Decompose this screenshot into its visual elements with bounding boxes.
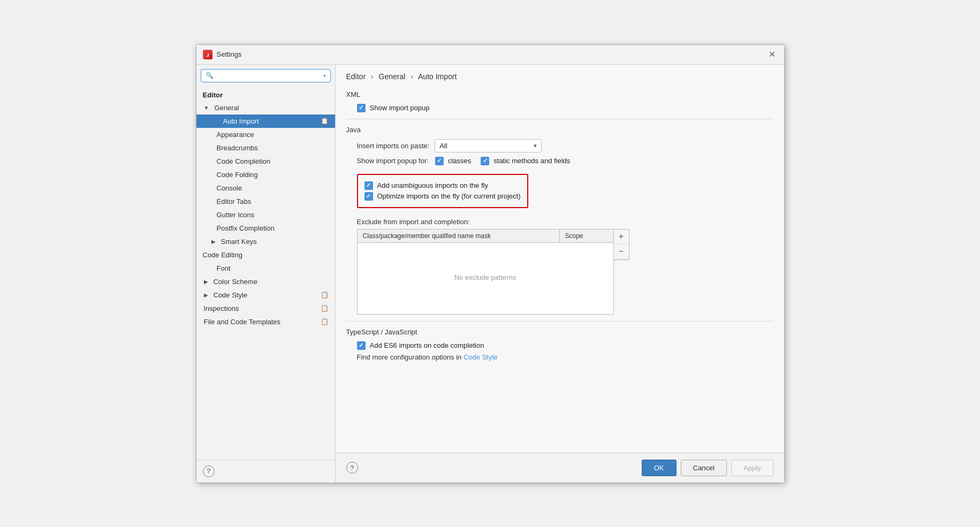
insert-imports-row: Insert imports on paste: All ▾ bbox=[346, 139, 773, 152]
sidebar-item-inspections[interactable]: Inspections 📋 bbox=[196, 302, 335, 315]
add-unambiguous-checkbox[interactable] bbox=[364, 181, 373, 190]
sidebar-item-label-console: Console bbox=[217, 184, 242, 192]
exclude-table-header: Class/package/member qualified name mask… bbox=[358, 230, 613, 243]
sidebar-item-code-completion[interactable]: Code Completion bbox=[196, 155, 335, 168]
main-area: Editor › General › Auto Import XML Show … bbox=[336, 65, 784, 483]
sidebar-help-button[interactable]: ? bbox=[203, 465, 215, 477]
col-name: Class/package/member qualified name mask bbox=[358, 230, 560, 242]
find-more-row: Find more configuration options in Code … bbox=[346, 353, 773, 361]
divider-xml-java bbox=[346, 119, 773, 119]
search-input[interactable] bbox=[217, 72, 320, 80]
sidebar-item-label-postfix-completion: Postfix Completion bbox=[217, 224, 275, 232]
typescript-section-title: TypeScript / JavaScript bbox=[346, 328, 773, 336]
sidebar-item-file-code-templates[interactable]: File and Code Templates 📋 bbox=[196, 315, 335, 329]
search-icon: 🔍 bbox=[206, 72, 214, 79]
empty-patterns-text: No exclude patterns bbox=[454, 273, 516, 281]
sidebar-item-label-color-scheme: Color Scheme bbox=[214, 278, 257, 286]
sidebar-bottom: ? bbox=[196, 460, 335, 483]
add-es6-checkbox[interactable] bbox=[357, 341, 366, 350]
remove-pattern-button[interactable]: − bbox=[614, 245, 629, 259]
sidebar-item-label-font: Font bbox=[217, 264, 231, 272]
sidebar-item-general[interactable]: ▼ General bbox=[196, 101, 335, 114]
xml-show-import-checkbox[interactable] bbox=[357, 104, 366, 112]
ok-button[interactable]: OK bbox=[642, 460, 677, 476]
breadcrumb-sep-2: › bbox=[411, 72, 413, 81]
nav-tree: Editor ▼ General Auto Import 📋 Appearanc… bbox=[196, 87, 335, 460]
sidebar-item-auto-import[interactable]: Auto Import 📋 bbox=[196, 114, 335, 128]
footer-buttons: OK Cancel Apply bbox=[642, 460, 773, 476]
table-actions: + − bbox=[614, 229, 629, 260]
static-methods-checkbox[interactable] bbox=[481, 157, 489, 165]
sidebar-item-code-editing[interactable]: Code Editing bbox=[196, 248, 335, 262]
static-methods-label: static methods and fields bbox=[493, 157, 570, 165]
sidebar-item-gutter-icons[interactable]: Gutter Icons bbox=[196, 208, 335, 222]
sidebar-item-label-editor-tabs: Editor Tabs bbox=[217, 197, 252, 205]
classes-checkbox[interactable] bbox=[435, 157, 444, 165]
content-area: 🔍 ▾ Editor ▼ General Auto Import 📋 bbox=[196, 65, 784, 483]
expand-icon-code-style: ▶ bbox=[204, 292, 208, 298]
expand-icon-color-scheme: ▶ bbox=[204, 279, 208, 285]
add-pattern-button[interactable]: + bbox=[614, 230, 629, 245]
badge-auto-import: 📋 bbox=[321, 117, 329, 125]
settings-window: J Settings ✕ 🔍 ▾ Editor ▼ General bbox=[196, 44, 785, 483]
sidebar-item-label-file-code-templates: File and Code Templates bbox=[204, 318, 281, 326]
breadcrumb-part-2: General bbox=[379, 72, 406, 81]
sidebar-item-code-folding[interactable]: Code Folding bbox=[196, 168, 335, 181]
exclude-table-wrapper: Class/package/member qualified name mask… bbox=[346, 229, 773, 315]
sidebar-item-label-inspections: Inspections bbox=[204, 304, 239, 312]
optimize-imports-label: Optimize imports on the fly (for current… bbox=[377, 192, 521, 200]
insert-imports-value: All bbox=[439, 142, 447, 150]
sidebar-item-appearance[interactable]: Appearance bbox=[196, 128, 335, 141]
breadcrumb-part-1: Editor bbox=[346, 72, 366, 81]
sidebar-item-editor-tabs[interactable]: Editor Tabs bbox=[196, 195, 335, 208]
add-es6-label: Add ES6 imports on code completion bbox=[370, 341, 484, 349]
sidebar-item-label-appearance: Appearance bbox=[217, 131, 254, 139]
sidebar-item-console[interactable]: Console bbox=[196, 181, 335, 195]
sidebar-item-label-code-style: Code Style bbox=[214, 291, 248, 299]
insert-imports-arrow-icon: ▾ bbox=[534, 142, 537, 149]
badge-file-templates: 📋 bbox=[321, 318, 329, 325]
insert-imports-select[interactable]: All ▾ bbox=[435, 139, 542, 152]
optimize-imports-row: Optimize imports on the fly (for current… bbox=[364, 192, 521, 201]
optimize-imports-checkbox[interactable] bbox=[364, 192, 373, 201]
sidebar-item-breadcrumbs[interactable]: Breadcrumbs bbox=[196, 141, 335, 155]
show-import-popup-row: Show import popup for: classes static me… bbox=[346, 157, 773, 165]
sidebar-item-postfix-completion[interactable]: Postfix Completion bbox=[196, 222, 335, 235]
xml-show-import-row: Show import popup bbox=[346, 104, 773, 112]
search-box: 🔍 ▾ bbox=[201, 69, 331, 82]
cancel-button[interactable]: Cancel bbox=[681, 460, 727, 476]
exclude-table: Class/package/member qualified name mask… bbox=[357, 229, 614, 315]
sidebar-item-font[interactable]: Font bbox=[196, 262, 335, 275]
sidebar-item-smart-keys[interactable]: ▶ Smart Keys bbox=[196, 235, 335, 248]
add-es6-row: Add ES6 imports on code completion bbox=[346, 341, 773, 350]
sidebar-item-color-scheme[interactable]: ▶ Color Scheme bbox=[196, 275, 335, 288]
code-style-link[interactable]: Code Style bbox=[464, 353, 498, 361]
badge-inspections: 📋 bbox=[321, 304, 329, 312]
editor-section-label: Editor bbox=[196, 87, 335, 101]
close-button[interactable]: ✕ bbox=[767, 49, 778, 60]
breadcrumb: Editor › General › Auto Import bbox=[336, 65, 784, 86]
footer-help-button[interactable]: ? bbox=[346, 462, 358, 473]
sidebar-item-label-code-editing: Code Editing bbox=[203, 251, 242, 259]
title-bar-left: J Settings bbox=[203, 50, 242, 59]
add-unambiguous-label: Add unambiguous imports on the fly bbox=[377, 181, 488, 189]
apply-button[interactable]: Apply bbox=[731, 460, 773, 476]
sidebar-item-label-smart-keys: Smart Keys bbox=[221, 238, 257, 246]
add-unambiguous-row: Add unambiguous imports on the fly bbox=[364, 181, 521, 190]
sidebar-item-label-code-completion: Code Completion bbox=[217, 157, 270, 165]
show-import-popup-label: Show import popup for: bbox=[357, 157, 429, 165]
sidebar-item-label-breadcrumbs: Breadcrumbs bbox=[217, 144, 258, 152]
sidebar-item-label-code-folding: Code Folding bbox=[217, 171, 258, 179]
title-bar: J Settings ✕ bbox=[196, 45, 784, 65]
exclude-section: Exclude from import and completion: Clas… bbox=[346, 218, 773, 315]
main-content: XML Show import popup Java Insert import… bbox=[336, 86, 784, 453]
search-dropdown-icon[interactable]: ▾ bbox=[323, 73, 326, 79]
window-title: Settings bbox=[217, 50, 242, 58]
xml-section-title: XML bbox=[346, 90, 773, 98]
sidebar-item-code-style[interactable]: ▶ Code Style 📋 bbox=[196, 288, 335, 302]
breadcrumb-sep-1: › bbox=[371, 72, 374, 81]
app-icon: J bbox=[203, 50, 212, 59]
classes-label: classes bbox=[448, 157, 471, 165]
expand-icon-smart-keys: ▶ bbox=[211, 239, 216, 245]
divider-java-ts bbox=[346, 321, 773, 322]
